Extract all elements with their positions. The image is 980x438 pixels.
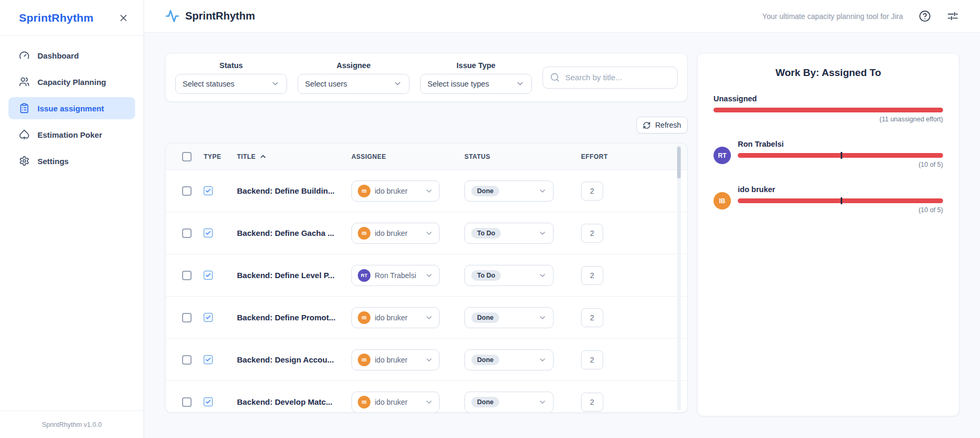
panel-title: Work By: Assigned To: [713, 67, 943, 79]
row-checkbox[interactable]: [182, 355, 192, 365]
issue-title[interactable]: Backend: Develop Matc...: [237, 397, 332, 406]
select-all-checkbox[interactable]: [182, 152, 192, 161]
activity-logo-icon: [165, 9, 179, 23]
status-select[interactable]: Done: [464, 180, 554, 202]
person-effort-bar: [738, 153, 943, 158]
status-filter-label: Status: [175, 61, 287, 70]
chevron-down-icon: [271, 79, 280, 88]
table-scrollbar-track[interactable]: [677, 145, 681, 411]
effort-input[interactable]: [581, 393, 603, 412]
status-select[interactable]: To Do: [464, 265, 554, 286]
table-scrollbar-thumb[interactable]: [677, 147, 681, 178]
assignee-select[interactable]: IB ido bruker: [351, 392, 440, 413]
status-select[interactable]: To Do: [464, 223, 554, 244]
chevron-down-icon: [538, 356, 547, 364]
sidebar-item-settings[interactable]: Settings: [8, 150, 135, 172]
assignee-select[interactable]: IB ido bruker: [351, 223, 440, 244]
column-header-type[interactable]: TYPE: [204, 153, 221, 160]
column-header-title[interactable]: TITLE: [237, 153, 256, 160]
issue-title[interactable]: Backend: Define Buildin...: [237, 186, 335, 195]
status-badge: Done: [471, 186, 499, 196]
unassigned-effort-caption: (11 unassigned effort): [713, 116, 943, 123]
row-checkbox[interactable]: [182, 186, 192, 196]
sidebar-item-estimation-poker[interactable]: Estimation Poker: [8, 123, 135, 146]
assignee-name: ido bruker: [375, 187, 421, 195]
status-badge: Done: [471, 355, 499, 365]
issue-title[interactable]: Backend: Define Level P...: [237, 271, 335, 280]
sidebar-app-title: SprintRhythm: [19, 12, 93, 24]
effort-input[interactable]: [581, 308, 603, 327]
avatar: RT: [713, 147, 731, 164]
refresh-label: Refresh: [655, 121, 681, 129]
table-row: Backend: Design Accou... IB ido bruker D…: [166, 339, 687, 381]
avatar: IB: [358, 354, 370, 366]
users-icon: [19, 77, 30, 87]
chevron-down-icon: [516, 79, 525, 88]
clipboard-list-icon: [19, 103, 30, 113]
assignee-filter-select[interactable]: Select users: [298, 74, 410, 94]
issue-type-filter-value: Select issue types: [427, 80, 489, 88]
assignee-name: ido bruker: [375, 313, 421, 322]
column-header-assignee[interactable]: ASSIGNEE: [351, 153, 386, 160]
sidebar-item-label: Capacity Planning: [37, 78, 106, 87]
effort-input[interactable]: [581, 266, 603, 285]
status-select[interactable]: Done: [464, 349, 554, 370]
assignee-filter-label: Assignee: [298, 61, 410, 70]
sidebar-item-capacity-planning[interactable]: Capacity Planning: [8, 71, 135, 93]
status-filter-value: Select statuses: [183, 80, 234, 88]
person-name: ido bruker: [738, 185, 943, 194]
table-row: Backend: Define Level P... RT Ron Trabel…: [166, 254, 687, 297]
assignee-select[interactable]: RT Ron Trabelsi: [351, 265, 440, 286]
chevron-down-icon: [425, 313, 433, 322]
effort-input[interactable]: [581, 350, 603, 369]
issue-type-filter-select[interactable]: Select issue types: [420, 74, 532, 94]
column-header-status[interactable]: STATUS: [464, 153, 490, 160]
task-type-icon: [204, 313, 213, 322]
task-type-icon: [204, 271, 213, 280]
row-checkbox[interactable]: [182, 397, 192, 407]
table-row: Backend: Define Promot... IB ido bruker …: [166, 297, 687, 339]
row-checkbox[interactable]: [182, 228, 192, 238]
assignee-select[interactable]: IB ido bruker: [351, 349, 440, 370]
chevron-down-icon: [425, 356, 433, 364]
chevron-down-icon: [425, 187, 433, 195]
help-button[interactable]: [919, 10, 931, 22]
spade-icon: [19, 129, 30, 140]
row-checkbox[interactable]: [182, 271, 192, 280]
avatar: IB: [713, 192, 731, 210]
assignee-filter-value: Select users: [305, 80, 347, 88]
assignee-name: ido bruker: [375, 229, 421, 237]
effort-input[interactable]: [581, 182, 603, 201]
close-sidebar-button[interactable]: [118, 13, 129, 23]
help-circle-icon: [919, 10, 931, 22]
status-badge: Done: [471, 397, 499, 407]
status-select[interactable]: Done: [464, 392, 554, 413]
assignee-name: ido bruker: [375, 356, 421, 364]
sidebar-item-dashboard[interactable]: Dashboard: [8, 44, 135, 66]
sidebar-item-label: Settings: [37, 157, 69, 166]
capacity-marker: [841, 197, 842, 204]
row-checkbox[interactable]: [182, 313, 192, 322]
work-by-panel: Work By: Assigned To Unassigned (11 unas…: [697, 53, 959, 416]
table-row: Backend: Define Gacha ... IB ido bruker …: [166, 212, 687, 254]
sidebar-nav: Dashboard Capacity Planning Issue assign…: [0, 36, 144, 180]
sidebar-item-issue-assignment[interactable]: Issue assignment: [8, 97, 135, 119]
sort-ascending-icon[interactable]: [259, 153, 267, 160]
preferences-button[interactable]: [947, 10, 959, 22]
chevron-down-icon: [538, 398, 547, 406]
search-input[interactable]: [565, 73, 670, 82]
topbar: SprintRhythm Your ultimate capacity plan…: [144, 0, 980, 33]
issue-title[interactable]: Backend: Design Accou...: [237, 355, 334, 364]
assignee-select[interactable]: IB ido bruker: [351, 307, 440, 328]
issue-title[interactable]: Backend: Define Promot...: [237, 313, 336, 322]
status-filter-select[interactable]: Select statuses: [175, 74, 287, 94]
status-select[interactable]: Done: [464, 307, 554, 328]
sidebar-item-label: Dashboard: [37, 51, 79, 60]
assignee-name: ido bruker: [375, 398, 421, 406]
effort-input[interactable]: [581, 224, 603, 243]
assignee-select[interactable]: IB ido bruker: [351, 180, 440, 202]
refresh-button[interactable]: Refresh: [636, 117, 688, 134]
task-type-icon: [204, 355, 213, 364]
column-header-effort[interactable]: EFFORT: [581, 153, 608, 160]
issue-title[interactable]: Backend: Define Gacha ...: [237, 228, 334, 237]
